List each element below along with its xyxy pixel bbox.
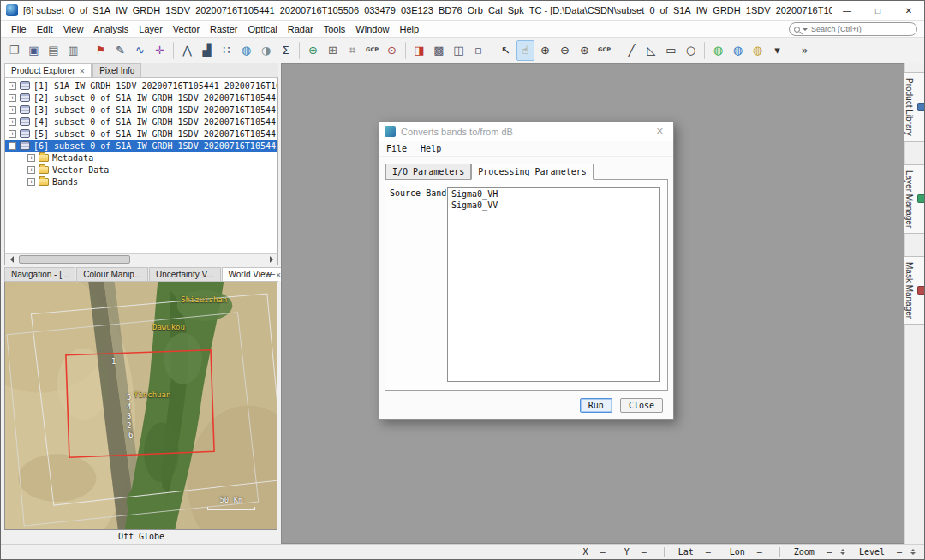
menu-item[interactable]: Radar xyxy=(283,22,319,36)
menu-item[interactable]: Tools xyxy=(319,22,351,36)
gcp-tool-icon[interactable]: GCP xyxy=(595,40,613,61)
tree-item-product[interactable]: + [3] subset_0_of_S1A_IW_GRDH_1SDV_20200… xyxy=(5,104,278,116)
ellipse-tool-icon[interactable]: ○ xyxy=(682,40,700,61)
dialog-close-button[interactable]: Close xyxy=(620,398,663,413)
menu-item[interactable]: Window xyxy=(350,22,394,36)
tab-layer-manager[interactable]: Layer Manager xyxy=(902,164,925,234)
tree-item-folder[interactable]: + Metadata xyxy=(5,152,278,164)
menu-item[interactable]: Analysis xyxy=(88,22,134,36)
profile-plot-icon[interactable]: ⋀ xyxy=(178,40,196,61)
tree-item-product[interactable]: + [1] S1A_IW_GRDH_1SDV_20200716T105441_2… xyxy=(5,80,278,92)
menu-item[interactable]: File xyxy=(6,22,32,36)
text-annotation-icon[interactable]: ✎ xyxy=(111,40,129,61)
histogram-icon[interactable]: ▟ xyxy=(198,40,216,61)
search-input[interactable] xyxy=(811,25,912,33)
export-image-icon[interactable]: ▤ xyxy=(45,40,63,61)
scatter-plot-icon[interactable]: ∷ xyxy=(218,40,236,61)
search-box[interactable] xyxy=(789,22,917,36)
tree-item-product[interactable]: + [4] subset_0_of_S1A_IW_GRDH_1SDV_20200… xyxy=(5,116,278,128)
rectangle-tool-icon[interactable]: ▭ xyxy=(662,40,680,61)
zoom-in-tool-icon[interactable]: ⊕ xyxy=(536,40,554,61)
world-globe-icon[interactable]: ◍ xyxy=(749,40,767,61)
menu-item[interactable]: Raster xyxy=(205,22,242,36)
tab-world-view[interactable]: World View xyxy=(222,267,289,281)
time-series-icon[interactable]: ◑ xyxy=(257,40,275,61)
value-stepper[interactable] xyxy=(840,546,845,557)
reproject-icon[interactable]: ⌗ xyxy=(343,40,361,61)
menu-item[interactable]: View xyxy=(58,22,89,36)
expander-icon[interactable]: + xyxy=(9,94,16,102)
expander-icon[interactable]: + xyxy=(9,82,16,90)
subset-icon[interactable]: ▫ xyxy=(469,40,487,61)
spectrum-view-icon[interactable]: ∿ xyxy=(131,40,149,61)
expander-icon[interactable]: + xyxy=(27,166,35,174)
world-view-map[interactable]: Shizuishan Dawukou Yinchuan 1 5 4 xyxy=(4,282,278,530)
tab-close-icon[interactable] xyxy=(79,67,85,75)
tree-item-folder[interactable]: + Vector Data xyxy=(5,164,278,176)
tab-pixel-info[interactable]: Pixel Info xyxy=(92,63,141,77)
tab-uncertainty-visualisation[interactable]: Uncertainty V... xyxy=(149,267,220,281)
expander-icon[interactable]: + xyxy=(9,118,16,126)
menu-item[interactable]: Help xyxy=(394,22,424,36)
dialog-tab-processing-parameters[interactable]: Processing Parameters xyxy=(471,164,593,180)
scroll-left-icon[interactable] xyxy=(5,254,17,265)
pixel-geocoding-icon[interactable]: ⊙ xyxy=(383,40,401,61)
search-scope-caret-icon[interactable] xyxy=(803,28,808,33)
tab-navigation[interactable]: Navigation - [... xyxy=(4,267,75,281)
collocation-icon[interactable]: ◨ xyxy=(410,40,428,61)
geocoding-icon[interactable]: ⊕ xyxy=(304,40,322,61)
open-product-icon[interactable]: ❐ xyxy=(5,40,23,61)
geo-pin-icon[interactable]: ✛ xyxy=(151,40,169,61)
menu-item[interactable]: Edit xyxy=(32,22,58,36)
close-button[interactable]: ✕ xyxy=(893,1,924,21)
gcp-manager-icon[interactable]: GCP xyxy=(363,40,381,61)
import-vector-icon[interactable]: ▥ xyxy=(64,40,82,61)
tree-item-product[interactable]: + [5] subset_0_of_S1A_IW_GRDH_1SDV_20200… xyxy=(5,128,278,140)
tree-item-product[interactable]: + [2] subset_0_of_S1A_IW_GRDH_1SDV_20200… xyxy=(5,92,278,104)
dialog-tab-io-parameters[interactable]: I/O Parameters xyxy=(385,164,471,180)
tab-product-explorer[interactable]: Product Explorer xyxy=(4,63,92,77)
panel-minimize-icon[interactable]: — xyxy=(266,270,275,278)
run-button[interactable]: Run xyxy=(580,398,612,413)
expander-icon[interactable]: + xyxy=(9,106,16,114)
tree-item-folder[interactable]: + Bands xyxy=(5,176,278,188)
band-list-item[interactable]: Sigma0_VH xyxy=(451,189,656,200)
menu-item[interactable]: Vector xyxy=(168,22,205,36)
zoom-out-tool-icon[interactable]: ⊖ xyxy=(556,40,574,61)
polyline-tool-icon[interactable]: ◺ xyxy=(642,40,660,61)
line-tool-icon[interactable]: ╱ xyxy=(623,40,641,61)
menu-item[interactable]: Optical xyxy=(242,22,282,36)
selection-tool-icon[interactable]: ↖ xyxy=(497,40,515,61)
mosaic-icon[interactable]: ◫ xyxy=(450,40,468,61)
scroll-right-icon[interactable] xyxy=(266,254,278,265)
zoom-all-tool-icon[interactable]: ⊛ xyxy=(576,40,594,61)
dialog-menu-item[interactable]: File xyxy=(386,144,407,153)
dialog-title-bar[interactable]: Converts bands to/from dB ✕ xyxy=(379,122,673,141)
expander-icon[interactable]: + xyxy=(9,130,16,138)
scrollbar-thumb[interactable] xyxy=(19,255,130,264)
source-bands-list[interactable]: Sigma0_VH Sigma0_VV xyxy=(447,187,660,382)
dialog-menu-item[interactable]: Help xyxy=(421,144,441,153)
save-product-icon[interactable]: ▣ xyxy=(25,40,43,61)
toolbar-overflow-icon[interactable]: » xyxy=(796,40,814,61)
band-list-item[interactable]: Sigma0_VV xyxy=(451,200,656,211)
tab-colour-manipulation[interactable]: Colour Manip... xyxy=(76,267,148,281)
pan-tool-icon[interactable]: ☝ xyxy=(516,40,534,61)
minimize-button[interactable]: — xyxy=(832,1,862,21)
expander-icon[interactable]: + xyxy=(27,154,35,162)
band-maths-icon[interactable]: ▩ xyxy=(430,40,448,61)
tie-point-grid-icon[interactable]: ⊞ xyxy=(324,40,342,61)
pin-tool-icon[interactable]: ⚑ xyxy=(92,40,110,61)
dialog-close-icon[interactable]: ✕ xyxy=(652,125,668,138)
maximize-button[interactable]: □ xyxy=(862,1,893,21)
menu-item[interactable]: Layer xyxy=(134,22,168,36)
statistics-icon[interactable]: Σ xyxy=(277,40,295,61)
tab-mask-manager[interactable]: Mask Manager xyxy=(902,256,925,325)
sync-views-icon[interactable]: ◍ xyxy=(709,40,727,61)
explorer-horizontal-scrollbar[interactable] xyxy=(4,253,278,265)
toolbar-chevron-icon[interactable]: ▾ xyxy=(768,40,786,61)
tree-item-product[interactable]: − [6] subset_0_of_S1A_IW_GRDH_1SDV_20200… xyxy=(5,140,278,152)
tab-product-library[interactable]: Product Library xyxy=(902,72,925,142)
world-map-icon[interactable]: ◍ xyxy=(237,40,255,61)
sync-cursors-icon[interactable]: ◍ xyxy=(729,40,747,61)
